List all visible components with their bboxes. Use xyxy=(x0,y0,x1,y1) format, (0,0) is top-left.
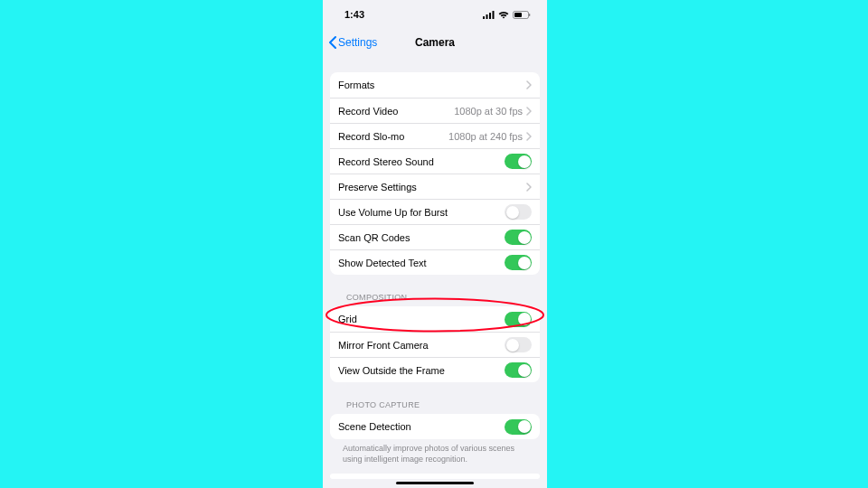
row-label: Record Stereo Sound xyxy=(338,156,505,167)
row-formats[interactable]: Formats xyxy=(330,72,540,98)
nav-bar: Settings Camera xyxy=(323,29,547,56)
section-footer-photo-capture: Automatically improve photos of various … xyxy=(330,439,540,474)
section-header-composition: COMPOSITION xyxy=(330,293,540,306)
status-bar: 1:43 xyxy=(323,0,547,29)
toggle-detected-text[interactable] xyxy=(505,255,532,270)
group-next xyxy=(330,474,540,479)
chevron-right-icon xyxy=(526,80,532,89)
row-scan-qr[interactable]: Scan QR Codes xyxy=(330,224,540,249)
section-header-photo-capture: PHOTO CAPTURE xyxy=(330,400,540,414)
row-record-slomo[interactable]: Record Slo-mo 1080p at 240 fps xyxy=(330,123,540,148)
row-label: Mirror Front Camera xyxy=(338,340,505,351)
toggle-scene-detection[interactable] xyxy=(505,419,532,435)
row-grid[interactable]: Grid xyxy=(330,306,540,332)
row-label: Record Video xyxy=(338,106,454,117)
status-time: 1:43 xyxy=(344,9,364,20)
toggle-volume-burst[interactable] xyxy=(505,204,532,220)
chevron-right-icon xyxy=(526,132,532,141)
chevron-right-icon xyxy=(526,107,532,116)
row-partial xyxy=(330,474,540,479)
row-label: Scene Detection xyxy=(338,421,505,432)
row-label: Scan QR Codes xyxy=(338,232,505,243)
home-indicator[interactable] xyxy=(396,482,474,485)
row-label: Formats xyxy=(338,80,526,90)
row-label: Show Detected Text xyxy=(338,258,505,268)
row-record-video[interactable]: Record Video 1080p at 30 fps xyxy=(330,98,540,123)
phone-frame: 1:43 Settings Camera Formats xyxy=(323,0,547,488)
cellular-signal-icon xyxy=(483,11,495,19)
row-label: Record Slo-mo xyxy=(338,131,448,142)
row-preserve-settings[interactable]: Preserve Settings xyxy=(330,174,540,199)
row-detail: 1080p at 240 fps xyxy=(448,131,523,142)
back-button[interactable]: Settings xyxy=(323,36,377,49)
toggle-stereo-sound[interactable] xyxy=(505,154,532,169)
toggle-grid[interactable] xyxy=(505,312,532,327)
row-label: View Outside the Frame xyxy=(338,365,505,376)
back-label: Settings xyxy=(338,36,377,49)
svg-rect-1 xyxy=(486,14,488,19)
toggle-view-outside-frame[interactable] xyxy=(505,362,532,378)
svg-rect-0 xyxy=(483,16,485,19)
settings-scroll[interactable]: Formats Record Video 1080p at 30 fps Rec… xyxy=(323,56,547,479)
chevron-left-icon xyxy=(328,36,336,49)
svg-rect-3 xyxy=(493,11,495,19)
battery-icon xyxy=(513,11,531,19)
row-label: Preserve Settings xyxy=(338,182,526,192)
svg-rect-5 xyxy=(514,13,522,17)
chevron-right-icon xyxy=(526,183,532,192)
toggle-mirror-front[interactable] xyxy=(505,337,532,352)
row-view-outside-frame[interactable]: View Outside the Frame xyxy=(330,357,540,382)
row-label: Grid xyxy=(338,314,505,324)
group-composition: Grid Mirror Front Camera View Outside th… xyxy=(330,306,540,382)
row-label: Use Volume Up for Burst xyxy=(338,207,505,218)
toggle-scan-qr[interactable] xyxy=(505,230,532,245)
row-scene-detection[interactable]: Scene Detection xyxy=(330,414,540,439)
row-stereo-sound[interactable]: Record Stereo Sound xyxy=(330,148,540,174)
svg-rect-6 xyxy=(529,14,530,16)
row-detail: 1080p at 30 fps xyxy=(454,106,523,117)
group-main: Formats Record Video 1080p at 30 fps Rec… xyxy=(330,72,540,275)
row-mirror-front[interactable]: Mirror Front Camera xyxy=(330,332,540,357)
group-photo-capture: Scene Detection xyxy=(330,414,540,439)
row-volume-burst[interactable]: Use Volume Up for Burst xyxy=(330,199,540,224)
row-detected-text[interactable]: Show Detected Text xyxy=(330,249,540,275)
wifi-icon xyxy=(498,11,509,19)
svg-rect-2 xyxy=(489,13,491,19)
status-right xyxy=(483,11,531,19)
